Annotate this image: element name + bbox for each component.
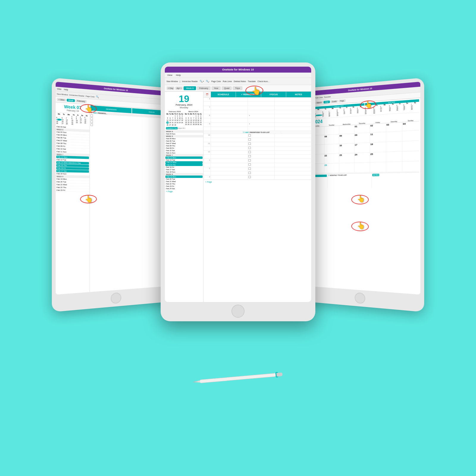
left-menu-help[interactable]: Help [64, 88, 68, 91]
center-tb-zoom-in[interactable]: 🔍+ [200, 80, 204, 83]
center-sched-td1[interactable] [211, 134, 248, 138]
center-bottom-add-page[interactable]: + Page [203, 180, 311, 184]
right-home-button[interactable] [355, 292, 365, 304]
center-notes-2pm[interactable] [275, 167, 311, 171]
center-notes-td5[interactable] [275, 151, 311, 154]
center-tab-week8[interactable]: Week 8 [184, 86, 196, 90]
left-tab-back[interactable]: < Wee [57, 98, 66, 101]
right-cell-24[interactable]: 24 [354, 153, 370, 163]
center-cb1[interactable] [248, 134, 251, 137]
center-notes-td6[interactable] [275, 155, 311, 159]
center-notes-td3[interactable] [275, 142, 311, 146]
center-tb-immersive[interactable]: Immersive Reader [182, 80, 198, 82]
center-remind-7[interactable] [248, 106, 275, 110]
center-notes-3pm[interactable] [275, 176, 311, 179]
center-sched-td2[interactable] [211, 138, 248, 142]
center-todo-1pmb[interactable] [248, 163, 275, 167]
right-cell-01[interactable]: 01 [354, 124, 370, 133]
center-notes-td4[interactable] [275, 146, 311, 150]
right-tb-rulelines[interactable]: Rule Lines [315, 96, 323, 99]
center-feb08[interactable]: Feb 08 Thu [165, 145, 203, 147]
center-notes-6[interactable] [275, 98, 311, 101]
center-feb20[interactable]: Feb 20 Tue [165, 178, 203, 180]
center-feb10[interactable]: Feb 10 Sat [165, 149, 203, 152]
center-sched-2pm[interactable] [211, 167, 248, 171]
center-remind-7b[interactable] [248, 110, 275, 114]
center-feb14[interactable]: Feb 14 Wed [165, 161, 203, 164]
center-sched-3pm[interactable] [211, 176, 248, 179]
center-feb24[interactable]: Feb 24 Sat [165, 187, 203, 190]
center-sched-1pmb[interactable] [211, 163, 248, 167]
center-notes-9b[interactable] [275, 127, 311, 131]
center-sched-td4[interactable] [211, 146, 248, 150]
center-sched-td5[interactable] [211, 151, 248, 154]
center-sched-8[interactable] [211, 114, 248, 118]
center-tab-next[interactable]: Apr > [175, 87, 183, 90]
right-tab-year[interactable]: Year [324, 101, 330, 104]
right-tab-goals[interactable]: Goals [331, 100, 338, 103]
center-remind-6[interactable] [248, 98, 275, 101]
center-notes-td1[interactable] [275, 134, 311, 138]
center-feb19[interactable]: Feb 19 Mon [165, 176, 203, 178]
center-sched-1pm[interactable] [211, 159, 248, 163]
center-feb07[interactable]: Feb 07 Wed [165, 142, 203, 145]
center-notes-7[interactable] [275, 106, 311, 110]
center-notes-9[interactable] [275, 123, 311, 126]
center-feb13[interactable]: Feb 13 Tue [165, 159, 203, 161]
center-notes-1pmb[interactable] [275, 163, 311, 167]
right-cell-02[interactable]: 02 [370, 123, 386, 132]
center-notes-6b[interactable] [275, 102, 311, 106]
center-notes-7b[interactable] [275, 110, 311, 114]
right-cell-11[interactable]: 11 [370, 132, 386, 143]
center-todo-td3[interactable] [248, 142, 275, 146]
center-cb2[interactable] [248, 138, 251, 141]
center-todo-td5[interactable] [248, 151, 275, 154]
right-cell-18[interactable]: 18 [370, 142, 386, 152]
center-feb16[interactable]: Feb 16 Fri [165, 166, 203, 168]
center-remind-9[interactable]: ● [248, 123, 275, 126]
center-tb-rulelines[interactable]: Rule Lines [223, 80, 232, 82]
center-todo-2pmb[interactable] [248, 171, 275, 175]
center-feb09[interactable]: Feb 09 Fri [165, 147, 203, 149]
left-menu-view[interactable]: View [57, 88, 61, 90]
center-feb11[interactable]: Feb 11 Sun [165, 152, 203, 154]
left-home-button[interactable] [111, 292, 121, 304]
center-remind-6b[interactable] [248, 102, 275, 106]
right-cell-16[interactable]: 16 [339, 143, 354, 154]
right-cell-22[interactable]: 22 [324, 154, 339, 163]
center-add-page[interactable]: + Page [165, 190, 203, 193]
right-cell-03[interactable]: 03 [386, 122, 403, 132]
center-sched-9[interactable] [211, 123, 248, 126]
center-todo-3pm[interactable] [248, 176, 275, 179]
center-feb12[interactable]: Feb 12 Mon [165, 156, 203, 159]
center-sched-9b[interactable] [211, 127, 248, 131]
right-cell-09[interactable]: 09 [339, 134, 354, 144]
center-tb-translate[interactable]: Translate [248, 80, 256, 82]
center-feb23[interactable]: Feb 23 Fri [165, 185, 203, 187]
center-cb11[interactable] [248, 176, 251, 178]
right-cell-17[interactable]: 17 [354, 143, 370, 153]
right-tab-mar[interactable]: March [315, 101, 323, 104]
right-cell-08[interactable]: 08 [324, 134, 339, 144]
center-sched-7[interactable] [211, 106, 248, 110]
center-todo-2pm[interactable] [248, 167, 275, 171]
left-tb-pagecolor[interactable]: Page Color [86, 95, 95, 98]
center-cb9[interactable] [248, 167, 251, 170]
center-notes-td2[interactable] [275, 138, 311, 142]
left-tab-week[interactable]: Week [67, 99, 75, 102]
center-sched-2pmb[interactable] [211, 171, 248, 175]
right-cell-23[interactable]: 23 [339, 153, 354, 163]
center-tb-deleted[interactable]: Deleted Notes [234, 80, 246, 82]
center-remind-8b[interactable] [248, 118, 275, 122]
center-tb-access[interactable]: Check Acce... [258, 80, 270, 82]
center-sched-7b[interactable] [211, 110, 248, 114]
center-tab-prev[interactable]: < Day [167, 87, 174, 90]
center-cb6[interactable] [248, 155, 251, 157]
center-notes-8[interactable] [275, 114, 311, 118]
center-notes-1pm[interactable] [275, 159, 311, 163]
center-feb06[interactable]: Feb 06 Tue [165, 140, 203, 142]
right-cell-29[interactable]: 29 [324, 163, 339, 173]
center-feb17[interactable]: Feb 17 Sat [165, 168, 203, 171]
center-menu-help[interactable]: Help [176, 74, 181, 76]
left-tab-feb[interactable]: February [76, 99, 87, 103]
